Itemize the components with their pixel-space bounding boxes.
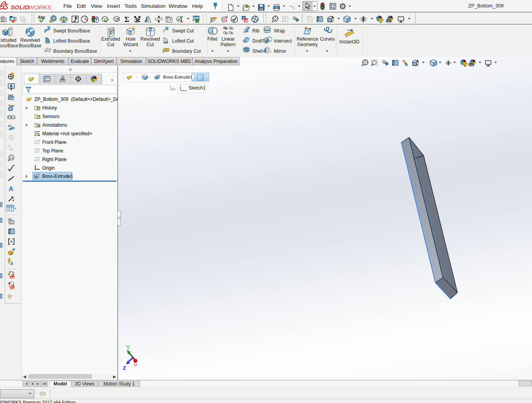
svg-text:PDF: PDF — [11, 276, 15, 279]
svg-text:Z: Z — [123, 365, 126, 370]
svg-text:A1: A1 — [10, 156, 13, 159]
svg-text:e: e — [9, 292, 12, 300]
svg-text:3D: 3D — [11, 274, 14, 276]
svg-text:SOLID: SOLID — [11, 4, 29, 11]
svg-text:A: A — [10, 84, 13, 88]
svg-text:WORKS: WORKS — [28, 4, 51, 11]
svg-text:A: A — [10, 261, 13, 266]
svg-text:0.3: 0.3 — [12, 116, 15, 119]
svg-text:A: A — [38, 124, 40, 127]
svg-text:PDF: PDF — [11, 287, 15, 289]
svg-text:3D: 3D — [11, 284, 14, 287]
svg-text:A: A — [9, 185, 13, 192]
